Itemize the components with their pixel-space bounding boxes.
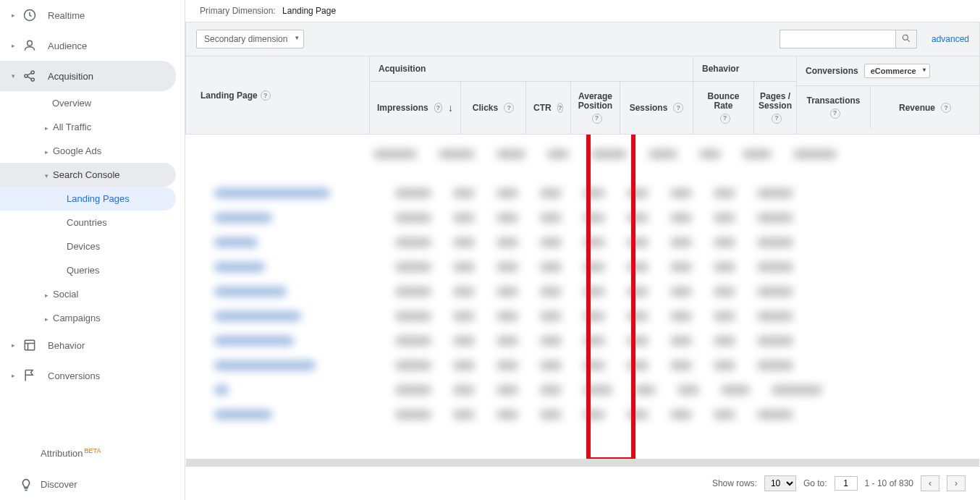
- attribution-icon: [19, 446, 33, 460]
- advanced-link[interactable]: advanced: [932, 34, 969, 44]
- nav-realtime[interactable]: ▸ Realtime: [0, 0, 185, 30]
- bulb-icon: [19, 478, 33, 492]
- nav-label: Realtime: [48, 10, 85, 21]
- sub-all-traffic[interactable]: All Traffic: [0, 115, 185, 139]
- col-header-clicks[interactable]: Clicks?: [461, 82, 526, 134]
- svg-rect-5: [25, 340, 34, 349]
- help-icon[interactable]: ?: [504, 103, 514, 113]
- group-label-row: Conversions eCommerce: [797, 56, 979, 86]
- subsub-queries[interactable]: Queries: [0, 258, 185, 282]
- col-header-bounce[interactable]: Bounce Rate?: [693, 82, 754, 134]
- nav-label: Audience: [48, 41, 87, 51]
- col-header-impressions[interactable]: Impressions?↓: [370, 82, 461, 134]
- beta-badge: BETA: [85, 447, 101, 454]
- svg-point-1: [28, 41, 33, 46]
- nav-label: Conversions: [48, 370, 100, 381]
- table-search: [780, 30, 917, 48]
- sidebar-bottom: AttributionBETA Discover: [0, 437, 185, 500]
- prev-page-button[interactable]: ‹: [921, 475, 939, 491]
- goto-input[interactable]: [835, 476, 858, 491]
- help-icon[interactable]: ?: [592, 114, 602, 124]
- nav-label: Behavior: [48, 340, 85, 351]
- blurred-data: [185, 135, 980, 434]
- secondary-dimension-select[interactable]: Secondary dimension: [196, 30, 304, 48]
- group-label: Acquisition: [370, 56, 693, 82]
- page-range: 1 - 10 of 830: [865, 478, 913, 488]
- col-header-avg-position[interactable]: Average Position?: [571, 82, 620, 134]
- bottom-label: Discover: [41, 479, 77, 490]
- nav-conversions[interactable]: ▸ Conversions: [0, 360, 185, 391]
- caret-icon: ▸: [12, 342, 19, 349]
- subsub-landing-pages[interactable]: Landing Pages: [0, 187, 176, 211]
- nav-label: Acquisition: [48, 71, 93, 82]
- horizontal-scrollbar[interactable]: [186, 459, 979, 466]
- table-toolbar: Secondary dimension advanced: [185, 22, 980, 56]
- help-icon[interactable]: ?: [941, 103, 951, 113]
- primary-dim-label: Primary Dimension:: [200, 6, 276, 16]
- col-header-pps[interactable]: Pages / Session?: [754, 82, 796, 134]
- bottom-discover[interactable]: Discover: [0, 469, 185, 500]
- col-header-landing[interactable]: Landing Page?: [186, 56, 370, 134]
- help-icon[interactable]: ?: [830, 109, 840, 119]
- col-header-ctr[interactable]: CTR?: [526, 82, 571, 134]
- bottom-label: Attribution: [41, 448, 83, 459]
- person-icon: [22, 38, 38, 54]
- col-header-transactions[interactable]: Transactions?: [797, 86, 871, 129]
- layout-icon: [22, 337, 38, 353]
- help-icon[interactable]: ?: [434, 103, 442, 113]
- help-icon[interactable]: ?: [673, 103, 683, 113]
- sort-arrow-icon: ↓: [448, 102, 453, 114]
- caret-icon: ▾: [12, 72, 19, 80]
- bottom-attribution[interactable]: AttributionBETA: [0, 437, 185, 469]
- sidebar: ▸ Realtime ▸ Audience ▾ Acquisition Over…: [0, 0, 185, 500]
- next-page-button[interactable]: ›: [947, 475, 966, 491]
- sub-overview[interactable]: Overview: [0, 91, 185, 115]
- share-icon: [22, 68, 38, 84]
- group-acquisition: Acquisition Impressions?↓ Clicks? CTR? A…: [370, 56, 693, 134]
- table-footer: Show rows: 10 Go to: 1 - 10 of 830 ‹ ›: [185, 466, 980, 500]
- flag-icon: [22, 368, 38, 384]
- show-rows-label: Show rows:: [712, 478, 757, 488]
- search-input[interactable]: [780, 30, 895, 48]
- subsub-countries[interactable]: Countries: [0, 211, 185, 234]
- svg-point-6: [903, 35, 908, 40]
- goto-label: Go to:: [803, 478, 827, 488]
- col-header-sessions[interactable]: Sessions?: [620, 82, 693, 134]
- clock-icon: [22, 7, 38, 23]
- help-icon[interactable]: ?: [772, 114, 782, 124]
- table-header: Landing Page? Acquisition Impressions?↓ …: [185, 56, 980, 135]
- show-rows-select[interactable]: 10: [764, 475, 796, 491]
- primary-dimension: Primary Dimension: Landing Page: [185, 0, 980, 22]
- sub-google-ads[interactable]: Google Ads: [0, 139, 185, 163]
- group-behavior: Behavior Bounce Rate? Pages / Session?: [693, 56, 797, 134]
- search-button[interactable]: [895, 30, 917, 48]
- sub-social[interactable]: Social: [0, 282, 185, 306]
- caret-icon: ▸: [12, 42, 19, 49]
- nav-acquisition[interactable]: ▾ Acquisition: [0, 61, 176, 91]
- table-body: [185, 135, 980, 459]
- sub-search-console[interactable]: Search Console: [0, 163, 176, 187]
- nav-behavior[interactable]: ▸ Behavior: [0, 330, 185, 360]
- col-header-revenue[interactable]: Revenue?: [871, 86, 979, 129]
- nav-audience[interactable]: ▸ Audience: [0, 30, 185, 61]
- caret-icon: ▸: [12, 12, 19, 19]
- conversions-select[interactable]: eCommerce: [864, 64, 930, 78]
- main-content: Primary Dimension: Landing Page Secondar…: [185, 0, 980, 500]
- group-label: Behavior: [693, 56, 796, 82]
- primary-dim-value[interactable]: Landing Page: [282, 6, 336, 16]
- help-icon[interactable]: ?: [557, 103, 563, 113]
- subsub-devices[interactable]: Devices: [0, 234, 185, 258]
- sub-campaigns[interactable]: Campaigns: [0, 306, 185, 330]
- help-icon[interactable]: ?: [720, 114, 730, 124]
- caret-icon: ▸: [12, 372, 19, 379]
- group-conversions: Conversions eCommerce Transactions? Reve…: [797, 56, 979, 134]
- help-icon[interactable]: ?: [261, 90, 271, 101]
